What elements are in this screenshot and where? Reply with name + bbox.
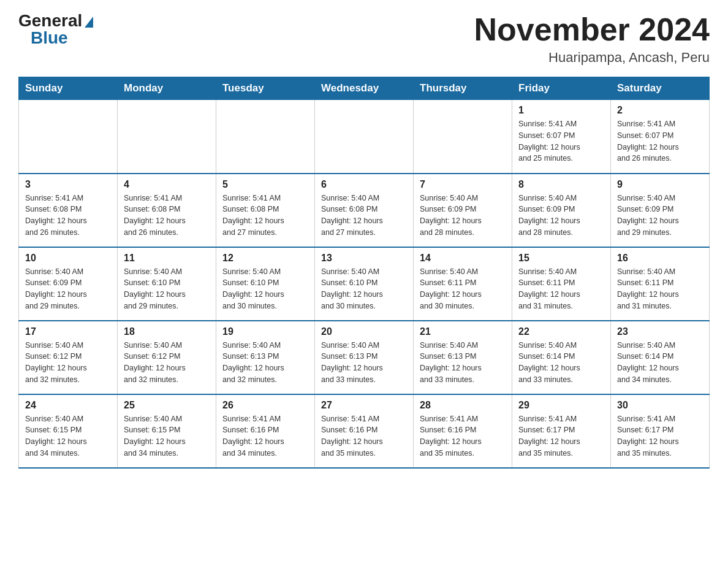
day-info: Sunrise: 5:40 AMSunset: 6:10 PMDaylight:… — [321, 266, 407, 312]
calendar-week-row: 17Sunrise: 5:40 AMSunset: 6:12 PMDayligh… — [19, 321, 710, 394]
calendar-cell: 24Sunrise: 5:40 AMSunset: 6:15 PMDayligh… — [19, 394, 118, 468]
day-number: 1 — [518, 105, 604, 116]
day-number: 24 — [25, 400, 111, 411]
day-info: Sunrise: 5:41 AMSunset: 6:08 PMDaylight:… — [124, 193, 210, 239]
calendar-cell: 26Sunrise: 5:41 AMSunset: 6:16 PMDayligh… — [216, 394, 315, 468]
day-number: 25 — [124, 400, 210, 411]
calendar-cell: 17Sunrise: 5:40 AMSunset: 6:12 PMDayligh… — [19, 321, 118, 394]
day-number: 10 — [25, 253, 111, 264]
header: General Blue November 2024 Huaripampa, A… — [18, 12, 710, 66]
day-number: 7 — [420, 179, 506, 190]
calendar-cell: 13Sunrise: 5:40 AMSunset: 6:10 PMDayligh… — [315, 247, 414, 321]
calendar-cell: 29Sunrise: 5:41 AMSunset: 6:17 PMDayligh… — [512, 394, 611, 468]
day-info: Sunrise: 5:40 AMSunset: 6:13 PMDaylight:… — [321, 340, 407, 386]
calendar-cell: 12Sunrise: 5:40 AMSunset: 6:10 PMDayligh… — [216, 247, 315, 321]
calendar-cell: 4Sunrise: 5:41 AMSunset: 6:08 PMDaylight… — [118, 174, 216, 247]
day-number: 5 — [222, 179, 308, 190]
calendar-cell: 8Sunrise: 5:40 AMSunset: 6:09 PMDaylight… — [512, 174, 611, 247]
day-info: Sunrise: 5:41 AMSunset: 6:17 PMDaylight:… — [617, 413, 703, 459]
day-number: 2 — [617, 105, 703, 116]
day-info: Sunrise: 5:41 AMSunset: 6:16 PMDaylight:… — [420, 413, 506, 459]
day-number: 12 — [222, 253, 308, 264]
day-number: 9 — [617, 179, 703, 190]
day-info: Sunrise: 5:41 AMSunset: 6:16 PMDaylight:… — [321, 413, 407, 459]
day-info: Sunrise: 5:40 AMSunset: 6:11 PMDaylight:… — [420, 266, 506, 312]
day-number: 23 — [617, 326, 703, 337]
day-info: Sunrise: 5:41 AMSunset: 6:17 PMDaylight:… — [518, 413, 604, 459]
day-number: 15 — [518, 253, 604, 264]
day-number: 8 — [518, 179, 604, 190]
calendar-cell: 30Sunrise: 5:41 AMSunset: 6:17 PMDayligh… — [611, 394, 710, 468]
month-title: November 2024 — [474, 12, 710, 47]
calendar-cell: 27Sunrise: 5:41 AMSunset: 6:16 PMDayligh… — [315, 394, 414, 468]
calendar-table: SundayMondayTuesdayWednesdayThursdayFrid… — [18, 77, 710, 469]
calendar-cell: 19Sunrise: 5:40 AMSunset: 6:13 PMDayligh… — [216, 321, 315, 394]
logo-blue-text: Blue — [31, 29, 68, 47]
day-number: 29 — [518, 400, 604, 411]
day-info: Sunrise: 5:40 AMSunset: 6:13 PMDaylight:… — [420, 340, 506, 386]
day-number: 3 — [25, 179, 111, 190]
calendar-cell: 16Sunrise: 5:40 AMSunset: 6:11 PMDayligh… — [611, 247, 710, 321]
day-number: 27 — [321, 400, 407, 411]
day-info: Sunrise: 5:40 AMSunset: 6:09 PMDaylight:… — [420, 193, 506, 239]
day-info: Sunrise: 5:41 AMSunset: 6:16 PMDaylight:… — [222, 413, 308, 459]
day-number: 28 — [420, 400, 506, 411]
day-number: 30 — [617, 400, 703, 411]
calendar-cell: 3Sunrise: 5:41 AMSunset: 6:08 PMDaylight… — [19, 174, 118, 247]
day-info: Sunrise: 5:40 AMSunset: 6:09 PMDaylight:… — [518, 193, 604, 239]
weekday-header-saturday: Saturday — [611, 77, 710, 100]
day-info: Sunrise: 5:40 AMSunset: 6:15 PMDaylight:… — [25, 413, 111, 459]
weekday-header-row: SundayMondayTuesdayWednesdayThursdayFrid… — [19, 77, 710, 100]
calendar-cell: 18Sunrise: 5:40 AMSunset: 6:12 PMDayligh… — [118, 321, 216, 394]
day-info: Sunrise: 5:40 AMSunset: 6:12 PMDaylight:… — [124, 340, 210, 386]
weekday-header-monday: Monday — [118, 77, 216, 100]
calendar-cell: 10Sunrise: 5:40 AMSunset: 6:09 PMDayligh… — [19, 247, 118, 321]
day-info: Sunrise: 5:41 AMSunset: 6:08 PMDaylight:… — [25, 193, 111, 239]
day-number: 20 — [321, 326, 407, 337]
day-number: 11 — [124, 253, 210, 264]
calendar-cell: 15Sunrise: 5:40 AMSunset: 6:11 PMDayligh… — [512, 247, 611, 321]
day-number: 22 — [518, 326, 604, 337]
day-number: 6 — [321, 179, 407, 190]
day-info: Sunrise: 5:40 AMSunset: 6:10 PMDaylight:… — [222, 266, 308, 312]
calendar-cell: 5Sunrise: 5:41 AMSunset: 6:08 PMDaylight… — [216, 174, 315, 247]
calendar-cell: 22Sunrise: 5:40 AMSunset: 6:14 PMDayligh… — [512, 321, 611, 394]
day-info: Sunrise: 5:40 AMSunset: 6:11 PMDaylight:… — [617, 266, 703, 312]
day-info: Sunrise: 5:40 AMSunset: 6:14 PMDaylight:… — [617, 340, 703, 386]
calendar-cell: 20Sunrise: 5:40 AMSunset: 6:13 PMDayligh… — [315, 321, 414, 394]
calendar-cell — [118, 100, 216, 174]
weekday-header-thursday: Thursday — [414, 77, 512, 100]
calendar-cell: 1Sunrise: 5:41 AMSunset: 6:07 PMDaylight… — [512, 100, 611, 174]
day-info: Sunrise: 5:40 AMSunset: 6:13 PMDaylight:… — [222, 340, 308, 386]
day-info: Sunrise: 5:40 AMSunset: 6:11 PMDaylight:… — [518, 266, 604, 312]
weekday-header-wednesday: Wednesday — [315, 77, 414, 100]
logo-general-text: General — [18, 12, 82, 29]
calendar-cell: 28Sunrise: 5:41 AMSunset: 6:16 PMDayligh… — [414, 394, 512, 468]
day-number: 13 — [321, 253, 407, 264]
calendar-cell — [216, 100, 315, 174]
day-number: 21 — [420, 326, 506, 337]
day-info: Sunrise: 5:40 AMSunset: 6:10 PMDaylight:… — [124, 266, 210, 312]
weekday-header-tuesday: Tuesday — [216, 77, 315, 100]
day-number: 14 — [420, 253, 506, 264]
calendar-cell: 23Sunrise: 5:40 AMSunset: 6:14 PMDayligh… — [611, 321, 710, 394]
day-info: Sunrise: 5:40 AMSunset: 6:09 PMDaylight:… — [25, 266, 111, 312]
calendar-cell — [19, 100, 118, 174]
calendar-cell — [414, 100, 512, 174]
day-info: Sunrise: 5:41 AMSunset: 6:07 PMDaylight:… — [617, 118, 703, 164]
day-info: Sunrise: 5:40 AMSunset: 6:09 PMDaylight:… — [617, 193, 703, 239]
calendar-cell: 9Sunrise: 5:40 AMSunset: 6:09 PMDaylight… — [611, 174, 710, 247]
location-title: Huaripampa, Ancash, Peru — [474, 50, 710, 66]
logo: General Blue — [18, 12, 93, 47]
day-number: 17 — [25, 326, 111, 337]
day-number: 18 — [124, 326, 210, 337]
title-area: November 2024 Huaripampa, Ancash, Peru — [474, 12, 710, 66]
calendar-cell: 2Sunrise: 5:41 AMSunset: 6:07 PMDaylight… — [611, 100, 710, 174]
weekday-header-sunday: Sunday — [19, 77, 118, 100]
calendar-cell: 21Sunrise: 5:40 AMSunset: 6:13 PMDayligh… — [414, 321, 512, 394]
logo-triangle-icon — [85, 17, 93, 28]
calendar-week-row: 24Sunrise: 5:40 AMSunset: 6:15 PMDayligh… — [19, 394, 710, 468]
calendar-cell: 11Sunrise: 5:40 AMSunset: 6:10 PMDayligh… — [118, 247, 216, 321]
day-number: 19 — [222, 326, 308, 337]
day-number: 16 — [617, 253, 703, 264]
